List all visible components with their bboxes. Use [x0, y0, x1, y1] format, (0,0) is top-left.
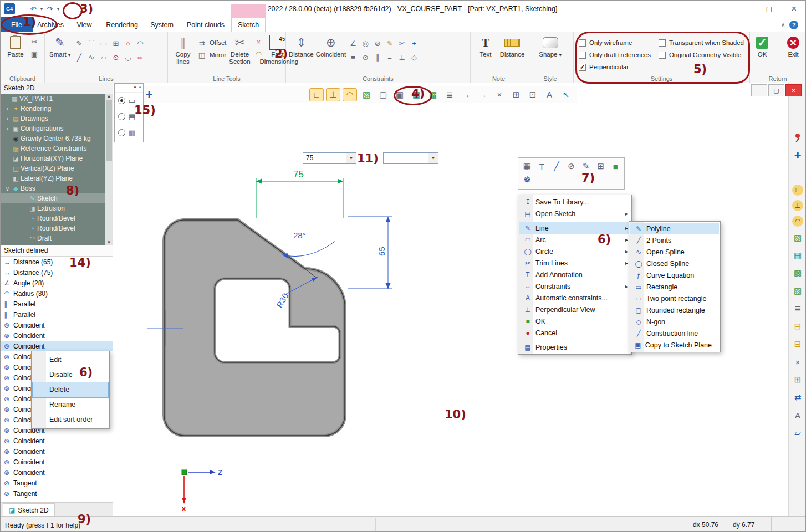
- view-option-1[interactable]: ▭: [115, 93, 143, 109]
- constraint-coincident[interactable]: ⊚ Coincident: [1, 341, 113, 351]
- pencil-draw-icon[interactable]: ✎: [579, 160, 593, 173]
- snap-tangent-icon[interactable]: ◠: [792, 216, 803, 227]
- circle-icon[interactable]: ○: [123, 39, 134, 49]
- submenu-item-rectangle[interactable]: ▭ Rectangle: [630, 281, 719, 293]
- toolbar-spacer[interactable]: [175, 88, 307, 101]
- solid-body-icon[interactable]: ▩: [790, 267, 805, 280]
- diagram-icon[interactable]: ▱: [790, 426, 805, 439]
- constraint-coincident[interactable]: ⊚ Coincident: [1, 320, 113, 330]
- grid-display-icon[interactable]: ⊞: [509, 88, 523, 101]
- constraint-coincident[interactable]: ⊚ Coincident: [1, 446, 113, 457]
- app-logo[interactable]: G4: [4, 3, 15, 14]
- tab-sketch[interactable]: Sketch: [231, 17, 266, 32]
- parallelogram-icon[interactable]: ▱: [98, 53, 109, 63]
- checkbox-transparent-when-shaded[interactable]: Transparent when Shaded: [659, 37, 744, 49]
- tangent-circle-icon[interactable]: ⊘: [564, 160, 579, 173]
- equal-constraint-icon[interactable]: =: [384, 53, 395, 63]
- help-icon[interactable]: ?: [789, 21, 798, 29]
- text-note-button[interactable]: T Text: [472, 33, 499, 58]
- shaded-view-icon[interactable]: ▧: [790, 231, 805, 244]
- exit-button[interactable]: × Exit: [780, 33, 806, 58]
- submenu-item-n-gon[interactable]: ◇ N-gon: [630, 316, 719, 328]
- mdi-close-button[interactable]: ×: [785, 84, 802, 96]
- checkbox-original-geometry-visible[interactable]: Original Geometry Visible: [659, 49, 744, 61]
- menu-item-ok[interactable]: ■ OK: [519, 315, 630, 327]
- constraint-tangent[interactable]: ⊘ Tangent: [1, 478, 113, 488]
- dimension-value-combobox[interactable]: 75 ▾: [303, 152, 356, 164]
- tab-system[interactable]: System: [144, 17, 180, 32]
- arc-lower-icon[interactable]: ◡: [123, 53, 134, 63]
- smart-line-button[interactable]: ✎ Smart ▾: [47, 33, 73, 58]
- feature-list-icon[interactable]: ≣: [790, 302, 805, 315]
- concentric-constraint-icon[interactable]: ◎: [360, 39, 371, 49]
- snap-perpendicular-icon[interactable]: ⊥: [792, 200, 803, 211]
- erase-section-icon[interactable]: ×: [253, 37, 264, 47]
- tab-view[interactable]: View: [68, 17, 100, 32]
- menu-item-cancel[interactable]: ● Cancel: [519, 327, 630, 339]
- dimension-75[interactable]: [256, 178, 343, 218]
- collapse-ribbon-icon[interactable]: ∧: [781, 22, 785, 28]
- offset-button[interactable]: ⇉ Offset: [196, 38, 226, 48]
- delete-element-icon[interactable]: ×: [492, 88, 507, 101]
- tree-item-rendering[interactable]: › ✦ Rendering: [1, 104, 105, 114]
- feature-list-icon[interactable]: ≣: [442, 88, 457, 101]
- tree-item-sketch[interactable]: ✎ Sketch: [1, 193, 105, 203]
- submenu-item-rounded-rectangle[interactable]: ▢ Rounded rectangle: [630, 304, 719, 316]
- tree-item-gravity-center[interactable]: ◉ Gravity Center 6.738 kg: [1, 134, 105, 144]
- mdi-restore-button[interactable]: ▢: [768, 84, 784, 96]
- tab-sketch-2d[interactable]: ◪ Sketch 2D: [3, 503, 55, 517]
- dimension-secondary-combobox[interactable]: ▾: [383, 152, 438, 164]
- constraint-distance-65[interactable]: ↔ Distance (65): [1, 257, 113, 267]
- tree-item-reference-constraints[interactable]: ▨ Reference Constraints: [1, 144, 105, 154]
- tree-item-vertical-xz-plane[interactable]: ◫ Vertical(XZ) Plane: [1, 163, 105, 173]
- hatch-region-icon[interactable]: ▦: [520, 160, 534, 173]
- checkbox-only-draft-references[interactable]: Only draft+references: [579, 49, 651, 61]
- menu-item-perpendicular-view[interactable]: ⊥ Perpendicular View: [519, 304, 630, 315]
- mdi-minimize-button[interactable]: —: [751, 84, 767, 96]
- copy-lines-button[interactable]: ∥ Copy lines: [170, 33, 196, 65]
- scroll-up-icon[interactable]: ▲: [107, 94, 111, 99]
- dim-width-label[interactable]: 75: [293, 169, 304, 180]
- reposition-icon[interactable]: ✚: [142, 88, 156, 101]
- customize-quick-access-button[interactable]: ▾: [56, 4, 60, 14]
- tree-item-round-bevel-1[interactable]: ◔ Round/Bevel: [1, 213, 105, 223]
- menu-item-trim-lines[interactable]: ✂ Trim Lines ▸: [519, 257, 630, 269]
- mirror-button[interactable]: ◫ Mirror: [196, 50, 226, 60]
- draw-line-icon[interactable]: ╱: [549, 160, 564, 173]
- chevron-down-icon[interactable]: ▾: [346, 153, 356, 163]
- constraint-angle-28[interactable]: ∠ Angle (28): [1, 278, 113, 288]
- minimize-button[interactable]: —: [732, 1, 757, 17]
- snap-angle-icon[interactable]: ∟: [309, 88, 324, 101]
- distance-constraint-button[interactable]: ⇕ Distance: [288, 33, 315, 58]
- trim-constraint-icon[interactable]: ✂: [396, 39, 407, 49]
- scrollbar-thumb[interactable]: [106, 100, 112, 161]
- tree-scrollbar[interactable]: ▲ ▼: [105, 94, 113, 245]
- menu-item-delete[interactable]: Delete: [33, 382, 108, 397]
- menu-item-automatic-constraints[interactable]: A Automatic constraints...: [519, 292, 630, 304]
- arc-segment-icon[interactable]: ⌒: [86, 39, 97, 49]
- copy-body-icon[interactable]: ▣: [392, 88, 407, 101]
- polyline-icon[interactable]: ✎: [74, 39, 85, 49]
- constraint-coincident[interactable]: ⊚ Coincident: [1, 457, 113, 467]
- layer-color-icon[interactable]: ■: [608, 160, 623, 173]
- add-dimension-icon[interactable]: ⊡: [526, 88, 540, 101]
- delete-element-icon[interactable]: ×: [790, 355, 805, 369]
- parallel-constraint-icon[interactable]: ∥: [372, 53, 383, 63]
- view-option-3[interactable]: ▥: [115, 125, 143, 141]
- menu-item-save-to-library[interactable]: ↧ Save To Library...: [519, 196, 630, 208]
- menu-item-edit-sort-order[interactable]: Edit sort order: [33, 412, 108, 427]
- submenu-item-polyline[interactable]: ✎ Polyline: [630, 223, 719, 234]
- menu-item-line[interactable]: ✎ Line ▸: [519, 222, 630, 234]
- dim-height-label[interactable]: 65: [377, 247, 386, 256]
- submenu-item-closed-spline[interactable]: ◯ Closed Spline: [630, 258, 719, 269]
- target-constraint-icon[interactable]: +: [409, 39, 420, 49]
- teal-body-icon[interactable]: ▦: [409, 88, 424, 101]
- wireframe-view-icon[interactable]: ▢: [376, 88, 390, 101]
- menu-item-arc[interactable]: ◠ Arc ▸: [519, 234, 630, 245]
- redo-button[interactable]: ↷: [45, 4, 54, 14]
- mesh-body-icon[interactable]: ▨: [790, 284, 805, 298]
- menu-item-disable[interactable]: Disable: [33, 367, 108, 382]
- constraint-coincident[interactable]: ⊚ Coincident: [1, 436, 113, 446]
- concentric-icon[interactable]: ⊙: [110, 53, 121, 63]
- ok-button[interactable]: ✓ OK: [749, 33, 776, 58]
